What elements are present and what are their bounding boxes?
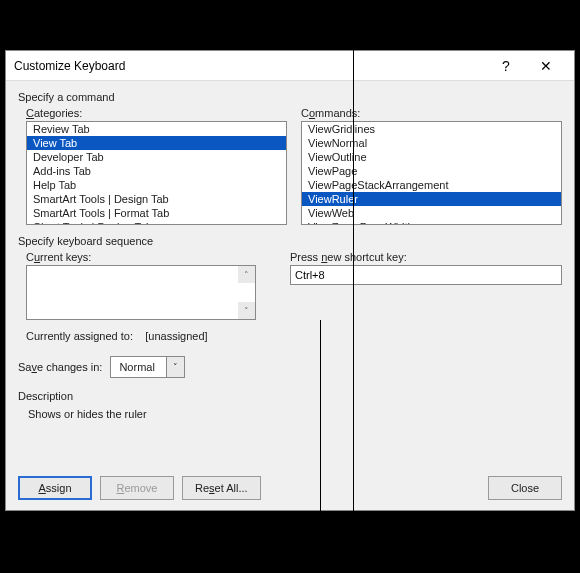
press-new-label: Press new shortcut key: — [290, 251, 562, 263]
current-keys-box[interactable]: ˄ ˅ — [26, 265, 256, 320]
press-new-input[interactable] — [290, 265, 562, 285]
close-dialog-button[interactable]: Close — [488, 476, 562, 500]
categories-listbox[interactable]: Review Tab View Tab Developer Tab Add-in… — [26, 121, 287, 225]
list-item[interactable]: SmartArt Tools | Format Tab — [27, 206, 286, 220]
list-item[interactable]: Help Tab — [27, 178, 286, 192]
scroll-up-icon[interactable]: ˄ — [238, 266, 255, 283]
save-changes-value: Normal — [111, 361, 166, 373]
specify-sequence-label: Specify keyboard sequence — [18, 235, 562, 247]
description-label: Description — [18, 390, 562, 402]
list-item[interactable]: Add-ins Tab — [27, 164, 286, 178]
categories-label: Categories: — [26, 107, 287, 119]
reset-all-button[interactable]: Reset All... — [182, 476, 261, 500]
chevron-down-icon[interactable]: ˅ — [166, 357, 184, 377]
list-item[interactable]: View Tab — [27, 136, 286, 150]
dialog-title: Customize Keyboard — [14, 59, 486, 73]
commands-listbox[interactable]: ViewGridlines ViewNormal ViewOutline Vie… — [301, 121, 562, 225]
remove-button: Remove — [100, 476, 174, 500]
list-item[interactable]: ViewPage — [302, 164, 561, 178]
annotation-line-shortcut — [320, 320, 321, 573]
specify-command-label: Specify a command — [18, 91, 562, 103]
list-item[interactable]: ViewNormal — [302, 136, 561, 150]
save-changes-row: Save changes in: Normal ˅ — [18, 356, 562, 378]
currently-assigned-value: [unassigned] — [145, 330, 207, 342]
currently-assigned-label: Currently assigned to: — [26, 330, 133, 342]
close-button[interactable]: ✕ — [526, 52, 566, 80]
list-item[interactable]: Chart Tools | Design Tab — [27, 220, 286, 225]
list-item[interactable]: ViewRuler — [302, 192, 561, 206]
commands-label: Commands: — [301, 107, 562, 119]
customize-keyboard-dialog: Customize Keyboard ? ✕ Specify a command… — [5, 50, 575, 511]
scroll-down-icon[interactable]: ˅ — [238, 302, 255, 319]
list-item[interactable]: SmartArt Tools | Design Tab — [27, 192, 286, 206]
list-item[interactable]: Review Tab — [27, 122, 286, 136]
dialog-body: Specify a command Categories: Review Tab… — [6, 81, 574, 510]
titlebar: Customize Keyboard ? ✕ — [6, 51, 574, 81]
help-button[interactable]: ? — [486, 52, 526, 80]
assign-button[interactable]: Assign — [18, 476, 92, 500]
currently-assigned-row: Currently assigned to: [unassigned] — [26, 330, 562, 342]
list-item[interactable]: ViewZoomPageWidth — [302, 220, 561, 225]
description-text: Shows or hides the ruler — [28, 408, 562, 420]
button-row: Assign Remove Reset All... Close — [18, 476, 562, 500]
annotation-line-commands — [353, 0, 354, 573]
save-changes-combo[interactable]: Normal ˅ — [110, 356, 185, 378]
list-item[interactable]: ViewWeb — [302, 206, 561, 220]
list-item[interactable]: ViewPageStackArrangement — [302, 178, 561, 192]
save-changes-label: Save changes in: — [18, 361, 102, 373]
list-item[interactable]: Developer Tab — [27, 150, 286, 164]
list-item[interactable]: ViewOutline — [302, 150, 561, 164]
list-item[interactable]: ViewGridlines — [302, 122, 561, 136]
current-keys-label: Current keys: — [26, 251, 276, 263]
